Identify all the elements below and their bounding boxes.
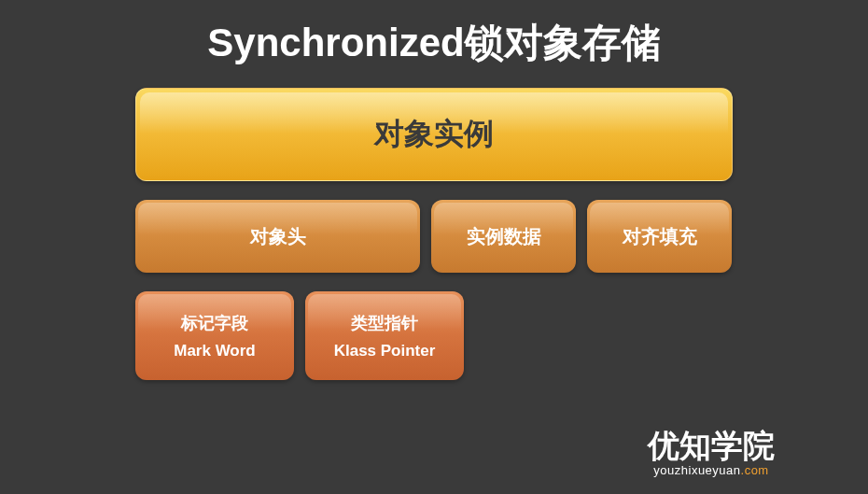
object-instance-label: 对象实例 (374, 114, 494, 155)
footer-brand-name: 优知学院 (648, 429, 775, 463)
align-padding-label: 对齐填充 (623, 224, 697, 249)
object-header-box: 对象头 (135, 200, 420, 273)
page-title: Synchronized锁对象存储 (0, 0, 868, 88)
footer-url: youzhixueyuan.com (648, 463, 775, 477)
object-header-label: 对象头 (250, 224, 306, 249)
klass-label-en: Klass Pointer (334, 342, 436, 360)
row-level2: 对象头 实例数据 对齐填充 (135, 200, 733, 273)
klass-label-cn: 类型指针 (351, 312, 418, 334)
diagram-container: 对象实例 对象头 实例数据 对齐填充 标记字段 Mark Word 类型指针 K… (0, 88, 868, 380)
markword-label-en: Mark Word (174, 342, 256, 360)
markword-label-cn: 标记字段 (181, 312, 248, 334)
instance-data-label: 实例数据 (467, 224, 541, 249)
markword-box: 标记字段 Mark Word (135, 291, 294, 380)
object-instance-box: 对象实例 (135, 88, 733, 181)
row-level1: 对象实例 (135, 88, 733, 181)
footer-url-suffix: .com (741, 463, 769, 477)
klass-box: 类型指针 Klass Pointer (305, 291, 464, 380)
footer-url-prefix: youzhixueyuan (653, 463, 740, 477)
align-padding-box: 对齐填充 (587, 200, 732, 273)
footer-brand-area: 优知学院 youzhixueyuan.com (648, 429, 775, 477)
instance-data-box: 实例数据 (431, 200, 576, 273)
row-level3: 标记字段 Mark Word 类型指针 Klass Pointer (135, 291, 733, 380)
